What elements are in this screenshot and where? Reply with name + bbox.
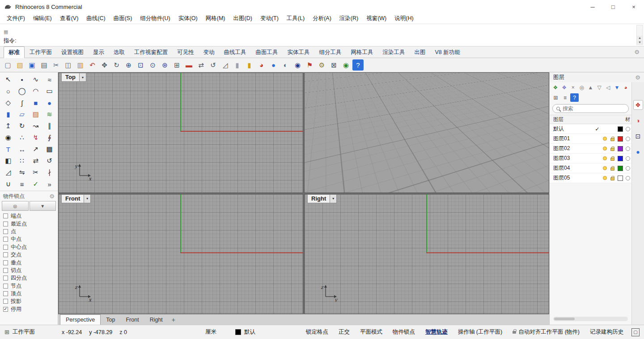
- layer-color-swatch[interactable]: [616, 156, 624, 161]
- cplane-selector[interactable]: ⊞ 工作平面: [4, 328, 62, 336]
- layer-color-swatch[interactable]: [616, 146, 624, 151]
- layer-lock-toggle[interactable]: [609, 176, 616, 180]
- grid-view-icon[interactable]: ⊞: [551, 93, 560, 102]
- command-prompt-row[interactable]: 指令:: [0, 36, 644, 46]
- save-icon[interactable]: ▣: [26, 59, 38, 71]
- status-pane[interactable]: 智慧轨迹: [425, 328, 448, 336]
- toolbar-tab[interactable]: 工作平面: [25, 47, 56, 58]
- viewport-front[interactable]: Front ▼ z x: [58, 194, 303, 314]
- layer-material-slot[interactable]: [624, 156, 631, 161]
- sweep-tool[interactable]: ↝: [29, 120, 43, 132]
- zoom-extents-icon[interactable]: ⊛: [159, 59, 170, 71]
- layer-material-slot[interactable]: [624, 166, 631, 171]
- viewport-tab[interactable]: Front: [120, 314, 144, 325]
- units-indicator[interactable]: 厘米: [205, 328, 216, 336]
- leader-tool[interactable]: ↗: [29, 143, 43, 155]
- viewport-top[interactable]: Top ▼ y x: [58, 72, 303, 193]
- menu-item[interactable]: 网格(M): [202, 14, 229, 23]
- menu-item[interactable]: 曲面(S): [110, 14, 136, 23]
- layer-visibility-toggle[interactable]: [601, 137, 609, 141]
- toolbar-tab[interactable]: 实体工具: [283, 47, 314, 58]
- menu-item[interactable]: 分析(A): [309, 14, 335, 23]
- command-scrollbar[interactable]: ▲ ▼: [636, 25, 643, 45]
- arc-tool[interactable]: ◠: [29, 85, 43, 97]
- trim-tool[interactable]: ✂: [29, 167, 43, 178]
- search-input[interactable]: [563, 105, 625, 112]
- layer-color-swatch[interactable]: [616, 126, 624, 132]
- checkbox[interactable]: ✓: [3, 222, 8, 226]
- unlock-icon[interactable]: ▮: [244, 59, 255, 71]
- interpolate-curve-tool[interactable]: ≈: [42, 74, 56, 85]
- polygon-tool[interactable]: ◇: [1, 97, 15, 109]
- menu-item[interactable]: 曲线(C): [82, 14, 109, 23]
- layer-color-swatch[interactable]: [616, 176, 624, 181]
- panel-options-gear-icon[interactable]: ⚙: [635, 74, 640, 81]
- undo-icon[interactable]: ↶: [87, 59, 98, 71]
- help-icon[interactable]: ?: [570, 93, 579, 102]
- curve-edit-tool[interactable]: ↯: [29, 132, 43, 143]
- more-tools[interactable]: »: [42, 178, 56, 190]
- zoom-selected-icon[interactable]: ⊙: [147, 59, 158, 71]
- scrollbar-thumb[interactable]: [554, 318, 575, 320]
- status-pane[interactable]: 锁定格点: [306, 328, 328, 336]
- render-sphere-icon[interactable]: ◉: [292, 59, 303, 71]
- close-button[interactable]: ×: [623, 0, 644, 13]
- box-tool[interactable]: ■: [29, 97, 43, 109]
- current-layer-chip[interactable]: 默认: [235, 328, 255, 336]
- osnap-item[interactable]: ✓ 中心点: [3, 243, 55, 251]
- layers-tab[interactable]: ❖: [633, 100, 643, 110]
- layer-row[interactable]: 图层05 ✓: [550, 173, 631, 183]
- zoom-dynamic-icon[interactable]: ⊕: [123, 59, 134, 71]
- minimize-button[interactable]: ─: [582, 0, 603, 13]
- checkbox[interactable]: ✓: [3, 213, 8, 218]
- viewport-tab[interactable]: Right: [144, 314, 168, 325]
- chevron-down-icon[interactable]: ▼: [330, 195, 336, 203]
- snapshot-icon[interactable]: ⊠: [328, 59, 339, 71]
- layer-name[interactable]: 图层03: [550, 155, 593, 162]
- layer-name[interactable]: 默认: [550, 125, 593, 133]
- toolbar-tab[interactable]: 可见性: [173, 47, 199, 58]
- menu-item[interactable]: 渲染(R): [335, 14, 362, 23]
- status-pane[interactable]: 正交: [339, 328, 350, 336]
- point-cloud-tool[interactable]: ∴: [15, 132, 29, 143]
- status-corner-icon[interactable]: ▢: [631, 328, 640, 336]
- menu-item[interactable]: 出图(D): [229, 14, 256, 23]
- checkbox[interactable]: ✓: [3, 245, 8, 250]
- rotate-icon[interactable]: ↺: [208, 59, 219, 71]
- toolbar-tab[interactable]: 渲染工具: [378, 47, 410, 58]
- layer-row[interactable]: 图层02 ✓: [550, 144, 631, 154]
- list-view-icon[interactable]: ≡: [561, 93, 569, 102]
- new-file-icon[interactable]: ▢: [2, 59, 13, 71]
- menu-item[interactable]: 工具(L): [283, 14, 309, 23]
- toolbar-tab[interactable]: 曲线工具: [220, 47, 251, 58]
- layer-visibility-toggle[interactable]: [601, 166, 609, 170]
- toolbar-options-gear-icon[interactable]: ⚙: [634, 49, 640, 55]
- lock-icon[interactable]: ▮: [232, 59, 243, 71]
- curve-tool[interactable]: ∿: [29, 74, 43, 85]
- scroll-up-icon[interactable]: ▲: [637, 36, 643, 40]
- menu-item[interactable]: 视窗(W): [362, 14, 390, 23]
- materials-tab[interactable]: ●: [633, 147, 643, 157]
- move-up-icon[interactable]: ▲: [587, 83, 595, 92]
- checkbox[interactable]: ✓: [3, 284, 8, 289]
- join-tool[interactable]: ∪: [1, 178, 15, 190]
- surface-tool[interactable]: ▨: [29, 109, 43, 120]
- toolbar-tab[interactable]: 标准: [4, 46, 25, 58]
- chevron-down-icon[interactable]: ▼: [84, 195, 90, 203]
- toolbar-tab[interactable]: 网格工具: [347, 47, 378, 58]
- osnap-item[interactable]: ✓ 四分点: [3, 274, 55, 282]
- column-name[interactable]: 图层: [550, 116, 593, 123]
- flag-icon[interactable]: ⚑: [304, 59, 315, 71]
- paste-icon[interactable]: ▥: [75, 59, 86, 71]
- layer-color-swatch[interactable]: [616, 166, 624, 171]
- pipe-tool[interactable]: ∥: [42, 120, 56, 132]
- open-file-icon[interactable]: ▧: [14, 59, 25, 71]
- status-pane[interactable]: 记录建构历史: [590, 328, 623, 336]
- osnap-filter-icon[interactable]: ▼: [30, 201, 56, 211]
- toolbar-tab[interactable]: 细分工具: [315, 47, 346, 58]
- viewport-tab[interactable]: Perspective: [60, 314, 101, 325]
- copy-icon[interactable]: ◫: [63, 59, 74, 71]
- checkbox[interactable]: ✓: [3, 237, 8, 242]
- viewport-layout-icon[interactable]: ⊞: [171, 59, 182, 71]
- toolbar-tab[interactable]: 变动: [199, 47, 219, 58]
